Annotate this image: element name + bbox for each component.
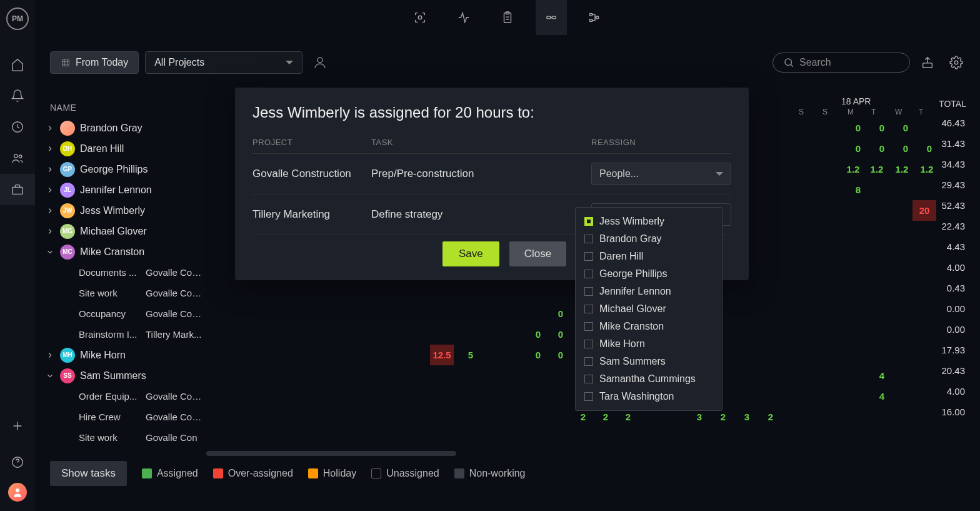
scan-icon[interactable] <box>404 0 436 35</box>
help-icon[interactable] <box>0 447 35 478</box>
top-toolbar <box>35 0 980 35</box>
workload-cell[interactable]: 0 <box>549 345 572 365</box>
bell-icon[interactable] <box>0 80 35 111</box>
expand-chevron[interactable] <box>45 206 55 216</box>
workload-cell[interactable]: 20 <box>912 200 936 221</box>
workload-cell[interactable]: 0 <box>894 138 918 159</box>
workload-cell[interactable]: 2 <box>759 407 782 427</box>
task-project: Govalle Con... <box>146 391 205 402</box>
expand-chevron[interactable] <box>45 371 55 381</box>
current-user-avatar[interactable] <box>8 483 27 502</box>
dialog-task-cell: Define strategy <box>371 208 591 221</box>
avatar: MH <box>60 348 75 363</box>
workload-cell[interactable]: 1.2 <box>841 159 865 180</box>
gear-icon[interactable] <box>945 51 968 74</box>
link-icon[interactable] <box>536 0 567 35</box>
people-option[interactable]: Samantha Cummings <box>576 370 722 388</box>
app-logo[interactable]: PM <box>6 8 29 30</box>
workload-cell[interactable]: 0 <box>549 324 572 345</box>
workload-cell[interactable]: 0 <box>846 138 870 159</box>
show-tasks-button[interactable]: Show tasks <box>50 461 127 486</box>
checkbox[interactable] <box>584 357 593 366</box>
workload-cell[interactable]: 12.5 <box>430 345 454 365</box>
checkbox[interactable] <box>584 235 593 243</box>
workload-cell[interactable]: 0 <box>526 324 550 345</box>
search-placeholder: Search <box>799 57 831 68</box>
dialog-row: Govalle Construction Prep/Pre-constructi… <box>252 154 731 195</box>
people-option[interactable]: Tara Washington <box>576 388 722 405</box>
checkbox[interactable] <box>584 375 593 383</box>
task-row[interactable]: OccupancyGovalle Con... 0.00 <box>42 303 974 324</box>
expand-chevron[interactable] <box>45 247 55 257</box>
workload-cell[interactable]: 1.2 <box>915 159 939 180</box>
workload-cell[interactable]: 8 <box>846 180 870 200</box>
workload-cell[interactable]: 0 <box>846 118 870 138</box>
home-icon[interactable] <box>0 49 35 80</box>
close-button[interactable]: Close <box>509 241 566 266</box>
workload-cell[interactable]: 4 <box>870 365 894 386</box>
workload-cell[interactable]: 1.2 <box>890 159 914 180</box>
people-option[interactable]: Michael Glover <box>576 300 722 318</box>
from-today-button[interactable]: From Today <box>50 51 139 74</box>
people-option[interactable]: Sam Summers <box>576 353 722 370</box>
expand-chevron[interactable] <box>45 185 55 195</box>
checkbox[interactable] <box>584 217 593 226</box>
task-row[interactable]: Order Equip...Govalle Con... 4.00 <box>42 386 974 407</box>
activity-icon[interactable] <box>448 0 479 35</box>
workload-cell[interactable]: 5 <box>459 345 482 365</box>
horizontal-scrollbar[interactable] <box>206 451 456 456</box>
expand-chevron[interactable] <box>45 226 55 236</box>
flow-icon[interactable] <box>579 0 611 35</box>
avatar: MC <box>60 245 75 260</box>
task-row[interactable]: Site workGovalle Con <box>42 427 974 448</box>
expand-chevron[interactable] <box>45 144 55 154</box>
expand-chevron[interactable] <box>45 123 55 133</box>
workload-cell[interactable]: 0 <box>870 118 894 138</box>
workload-cell[interactable]: 0 <box>526 345 550 365</box>
search-input[interactable]: Search <box>772 53 910 73</box>
task-row[interactable]: Brainstorm I...Tillery Mark... 0.00 <box>42 324 974 345</box>
checkbox[interactable] <box>584 305 593 313</box>
plus-icon[interactable] <box>0 410 35 442</box>
person-filter-icon[interactable] <box>309 51 331 74</box>
people-option-label: Daren Hill <box>599 251 643 262</box>
people-option[interactable]: Brandon Gray <box>576 230 722 248</box>
task-row[interactable]: Hire CrewGovalle Con... 16.00 <box>42 407 974 427</box>
person-row[interactable]: SSSam Summers 20.43 <box>42 365 974 386</box>
checkbox[interactable] <box>584 340 593 348</box>
people-option[interactable]: Daren Hill <box>576 248 722 265</box>
checkbox[interactable] <box>584 270 593 278</box>
people-option[interactable]: George Phillips <box>576 265 722 283</box>
clipboard-icon[interactable] <box>492 0 523 35</box>
clock-icon[interactable] <box>0 111 35 143</box>
person-row[interactable]: MHMike Horn 17.93 <box>42 345 974 365</box>
people-option[interactable]: Jennifer Lennon <box>576 283 722 300</box>
checkbox[interactable] <box>584 322 593 331</box>
workload-cell[interactable]: 1.2 <box>865 159 889 180</box>
workload-cell[interactable]: 0 <box>918 138 941 159</box>
people-option[interactable]: Mike Cranston <box>576 318 722 335</box>
workload-cell[interactable]: 0 <box>894 118 918 138</box>
dialog-project-cell: Tillery Marketing <box>252 208 371 221</box>
workload-cell[interactable]: 0 <box>549 303 572 324</box>
people-option[interactable]: Mike Horn <box>576 335 722 353</box>
left-sidebar: PM <box>0 0 35 511</box>
total-cell: 0.00 <box>947 324 965 335</box>
people-icon[interactable] <box>0 143 35 174</box>
expand-chevron[interactable] <box>45 350 55 360</box>
checkbox[interactable] <box>584 392 593 401</box>
workload-cell[interactable]: 0 <box>870 138 894 159</box>
projects-dropdown[interactable]: All Projects <box>145 51 302 74</box>
workload-cell[interactable]: 3 <box>735 407 759 427</box>
checkbox[interactable] <box>584 252 593 261</box>
briefcase-icon[interactable] <box>0 174 35 205</box>
workload-cell[interactable]: 4 <box>870 386 894 407</box>
reassign-select[interactable]: People... <box>591 163 731 185</box>
save-button[interactable]: Save <box>442 241 499 266</box>
checkbox[interactable] <box>584 287 593 296</box>
reassign-select-label: People... <box>599 168 639 180</box>
expand-chevron[interactable] <box>45 164 55 175</box>
people-option[interactable]: Jess Wimberly <box>576 213 722 230</box>
task-row[interactable]: Site workGovalle Con... 0.43 <box>42 283 974 303</box>
export-icon[interactable] <box>916 51 939 74</box>
